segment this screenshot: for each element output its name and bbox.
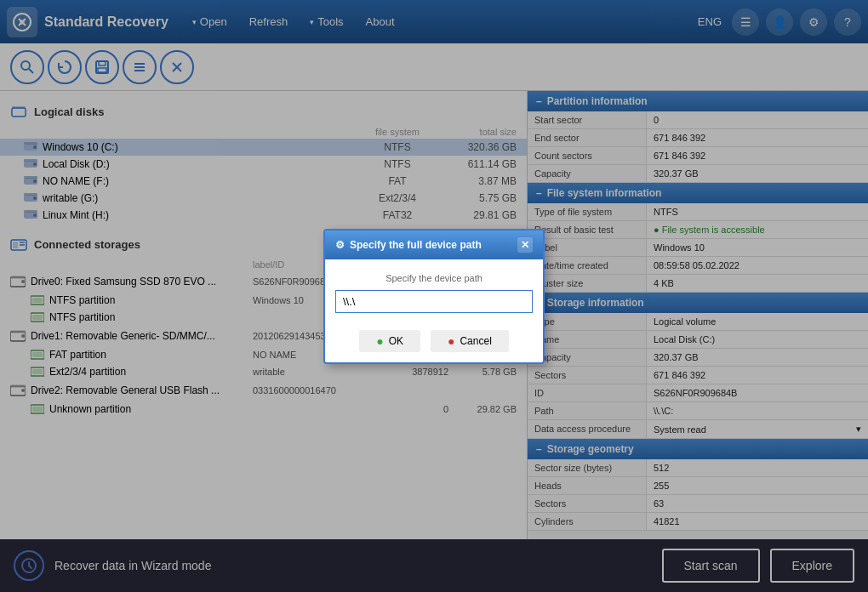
modal-footer: ● OK ● Cancel	[325, 323, 543, 362]
modal-header-left: ⚙ Specify the full device path	[335, 239, 482, 251]
modal-cancel-button[interactable]: ● Cancel	[431, 330, 509, 352]
ok-dot-icon: ●	[376, 334, 383, 348]
cancel-dot-icon: ●	[448, 334, 454, 348]
device-path-input[interactable]	[335, 290, 533, 313]
modal-body: Specify the device path	[325, 259, 543, 323]
modal-overlay: ⚙ Specify the full device path ✕ Specify…	[0, 0, 868, 592]
modal-hint: Specify the device path	[335, 273, 533, 283]
modal-dialog: ⚙ Specify the full device path ✕ Specify…	[323, 229, 545, 364]
modal-close-button[interactable]: ✕	[517, 237, 533, 253]
modal-ok-button[interactable]: ● OK	[359, 330, 420, 352]
modal-title: Specify the full device path	[350, 239, 482, 251]
modal-info-icon: ⚙	[335, 239, 345, 251]
modal-header: ⚙ Specify the full device path ✕	[325, 231, 543, 259]
